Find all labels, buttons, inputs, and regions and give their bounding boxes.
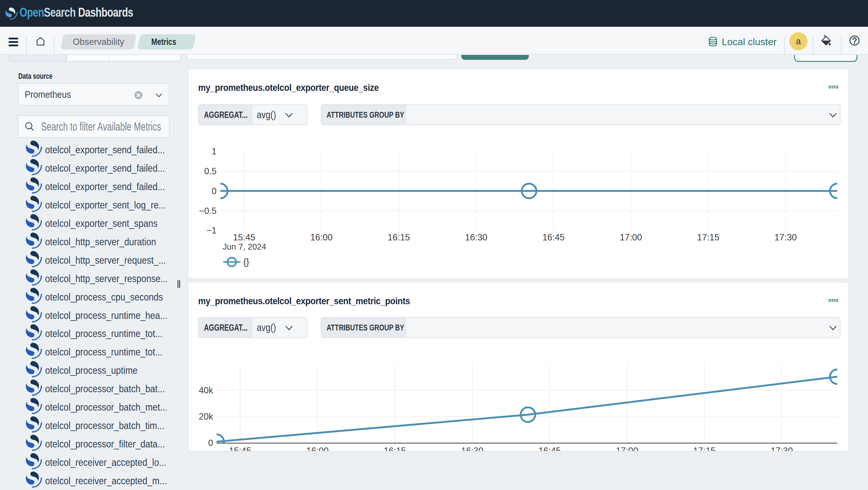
svg-text:40k: 40k	[199, 385, 213, 395]
svg-text:17:00: 17:00	[620, 232, 642, 242]
svg-text:1: 1	[212, 146, 217, 156]
svg-text:17:30: 17:30	[774, 232, 797, 242]
svg-text:15:45: 15:45	[229, 446, 251, 451]
svg-text:16:00: 16:00	[307, 446, 329, 451]
svg-text:16:00: 16:00	[310, 232, 333, 242]
svg-text:16:30: 16:30	[461, 446, 484, 451]
svg-text:0: 0	[212, 186, 217, 196]
svg-text:{}: {}	[243, 257, 249, 267]
svg-text:17:30: 17:30	[771, 446, 793, 451]
svg-text:16:45: 16:45	[542, 232, 565, 242]
svg-text:16:45: 16:45	[538, 446, 561, 451]
svg-text:Jun 7, 2024: Jun 7, 2024	[223, 242, 266, 251]
svg-text:20k: 20k	[199, 411, 213, 422]
svg-text:16:15: 16:15	[388, 232, 410, 242]
svg-text:16:15: 16:15	[384, 446, 406, 451]
svg-text:17:00: 17:00	[616, 446, 638, 451]
svg-text:−0.5: −0.5	[199, 206, 217, 216]
svg-text:−1: −1	[207, 226, 217, 235]
svg-text:17:15: 17:15	[693, 446, 716, 451]
svg-text:0: 0	[208, 438, 213, 448]
svg-text:17:15: 17:15	[697, 232, 719, 242]
svg-text:15:45: 15:45	[233, 232, 255, 242]
svg-text:0.5: 0.5	[204, 166, 217, 176]
svg-text:16:30: 16:30	[465, 232, 488, 242]
